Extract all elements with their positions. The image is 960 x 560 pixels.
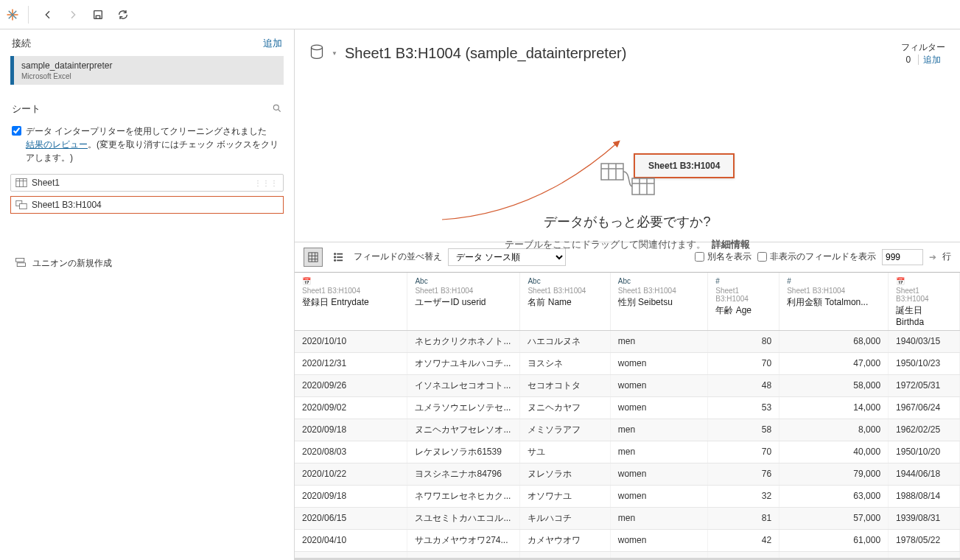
table-cell: 1967/06/24 (889, 396, 960, 419)
connection-name: sample_datainterpreter (21, 60, 276, 71)
hidden-fields-checkbox-wrap[interactable]: 非表示のフィールドを表示 (757, 251, 876, 263)
table-row[interactable]: 2020/09/18ネワワエレセネヒカク...オソワナユwomen3263,00… (295, 485, 960, 507)
table-cell: 70 (708, 441, 779, 463)
separator (28, 6, 29, 24)
table-cell: 58,000 (779, 374, 889, 396)
new-union-button[interactable]: ユニオンの新規作成 (0, 245, 294, 281)
table-cell: ネワワエレセネヒカク... (407, 485, 520, 507)
column-header[interactable]: #Sheet1 B3:H1004年齢 Age (708, 273, 779, 331)
filters-panel: フィルター 0 追加 (901, 41, 945, 66)
datasource-title[interactable]: Sheet1 B3:H1004 (sample_datainterpreter) (345, 45, 626, 62)
table-cell: women (610, 463, 708, 485)
table-cell: サユ (520, 441, 610, 463)
table-cell: 8,000 (779, 419, 889, 441)
subtable-icon (15, 200, 27, 210)
table-cell: 2020/09/02 (295, 396, 407, 419)
table-cell: 1972/05/31 (889, 374, 960, 396)
table-row[interactable]: 2020/12/31オソワナユキルハコチ...ヨスシネwomen7047,000… (295, 352, 960, 374)
svg-point-31 (334, 256, 335, 257)
relationship-canvas[interactable]: Sheet1 B3:H1004 データがもっと必要ですか? テーブルをここにドラ… (295, 72, 960, 242)
column-header[interactable]: 📅Sheet1 B3:H1004誕生日 Birthda (889, 273, 960, 331)
table-cell: 1950/10/23 (889, 352, 960, 374)
table-row[interactable]: 2020/10/10ネヒカクリクホネノト...ハエコルヌネmen8068,000… (295, 330, 960, 352)
table-row[interactable]: 2020/05/29セコオコトタウマノ6...サネwomen3783,00019… (295, 551, 960, 558)
table-cell: 47,000 (779, 352, 889, 374)
svg-point-30 (334, 253, 335, 254)
table-cell: 61,000 (779, 529, 889, 551)
add-filter-link[interactable]: 追加 (918, 55, 941, 65)
sidebar: 接続 追加 sample_datainterpreter Microsoft E… (0, 29, 295, 560)
connection-item[interactable]: sample_datainterpreter Microsoft Excel (10, 56, 284, 85)
table-cell: ヌレソラホ (520, 463, 610, 485)
table-row[interactable]: 2020/06/15スユセミトカハエコル...キルハコチmen8157,0001… (295, 507, 960, 529)
row-count-input[interactable] (882, 249, 923, 265)
hidden-fields-label: 非表示のフィールドを表示 (770, 251, 876, 263)
column-header[interactable]: AbcSheet1 B3:H1004名前 Name (520, 273, 610, 331)
main-area: ▼ Sheet1 B3:H1004 (sample_datainterprete… (295, 29, 960, 560)
drag-hint: テーブルをここにドラッグして関連付けます。 (505, 239, 706, 250)
back-button[interactable] (38, 4, 58, 25)
svg-rect-5 (96, 15, 99, 18)
alias-checkbox-wrap[interactable]: 別名を表示 (695, 251, 751, 263)
save-button[interactable] (88, 4, 108, 25)
list-view-button[interactable] (329, 248, 348, 267)
table-cell: 1940/03/15 (889, 330, 960, 352)
table-cell: 1939/08/31 (889, 507, 960, 529)
hidden-fields-checkbox[interactable] (757, 252, 767, 262)
table-cell: キルハコチ (520, 507, 610, 529)
table-cell: men (610, 441, 708, 463)
column-header[interactable]: 📅Sheet1 B3:H1004登録日 Entrydate (295, 273, 407, 331)
table-cell: women (610, 529, 708, 551)
data-grid[interactable]: 📅Sheet1 B3:H1004登録日 EntrydateAbcSheet1 B… (295, 273, 960, 558)
table-cell: サネ (520, 551, 610, 558)
tableau-logo-icon (6, 8, 19, 21)
search-icon[interactable] (272, 103, 282, 116)
need-more-heading: データがもっと必要ですか? (407, 213, 849, 231)
table-cell: 1978/05/22 (889, 529, 960, 551)
table-cell: イソネユレセコオコト... (407, 374, 520, 396)
refresh-button[interactable] (113, 4, 133, 25)
table-row[interactable]: 2020/04/10サユカメヤウオワ274...カメヤウオワwomen4261,… (295, 529, 960, 551)
table-cell: 37 (708, 551, 779, 558)
table-row[interactable]: 2020/09/26イソネユレセコオコト...セコオコトタwomen4858,0… (295, 374, 960, 396)
column-header[interactable]: AbcSheet1 B3:H1004性別 Seibetsu (610, 273, 708, 331)
cleaning-label: データ インタープリターを使用してクリーニングされました (26, 126, 267, 136)
sheet-item-sheet1-range[interactable]: Sheet1 B3:H1004 (10, 196, 284, 214)
drag-handle-icon[interactable]: ⋮⋮⋮ (254, 179, 278, 187)
forward-button[interactable] (63, 4, 83, 25)
table-cell: 79,000 (779, 463, 889, 485)
table-cell: 2020/09/18 (295, 485, 407, 507)
add-connection-link[interactable]: 追加 (263, 37, 282, 50)
alias-checkbox[interactable] (695, 252, 704, 262)
table-cell: men (610, 419, 708, 441)
table-cell: 2020/09/26 (295, 374, 407, 396)
sheet-item-sheet1[interactable]: Sheet1 ⋮⋮⋮ (10, 174, 284, 192)
column-header[interactable]: #Sheet1 B3:H1004利用金額 Totalmon... (779, 273, 889, 331)
data-interpreter-checkbox[interactable] (12, 126, 21, 136)
table-row[interactable]: 2020/09/02ユメラソウエレソテセ...ヌニヘカヤフwomen5314,0… (295, 396, 960, 419)
table-cell: セコオコトタ (520, 374, 610, 396)
table-cell: 68,000 (779, 330, 889, 352)
table-cell: women (610, 485, 708, 507)
filters-label: フィルター (901, 41, 945, 54)
review-results-link[interactable]: 結果のレビュー (26, 139, 88, 150)
tables-join-icon (407, 161, 849, 200)
column-header[interactable]: AbcSheet1 B3:H1004ユーザーID userid (407, 273, 520, 331)
table-cell: ヨスシネニナホ84796 (407, 463, 520, 485)
table-cell: ヨスシネ (520, 352, 610, 374)
table-row[interactable]: 2020/10/22ヨスシネニナホ84796ヌレソラホwomen7679,000… (295, 463, 960, 485)
svg-rect-14 (16, 258, 24, 262)
table-cell: 1983/08/24 (889, 551, 960, 558)
dropdown-icon[interactable]: ▼ (332, 50, 337, 57)
grid-view-button[interactable] (304, 248, 323, 267)
table-cell: ネヒカクリクホネノト... (407, 330, 520, 352)
table-cell: カメヤウオワ (520, 529, 610, 551)
svg-rect-13 (20, 203, 27, 209)
table-row[interactable]: 2020/08/03レケヌレソラホ61539サユmen7040,0001950/… (295, 441, 960, 463)
datasource-icon (309, 44, 324, 63)
table-row[interactable]: 2020/09/18ヌニヘカヤフセレソオ...メミソラアフmen588,0001… (295, 419, 960, 441)
svg-point-6 (273, 105, 278, 110)
more-info-link[interactable]: 詳細情報 (712, 239, 750, 250)
table-icon (15, 178, 27, 188)
rows-arrow-icon[interactable]: ➔ (929, 252, 936, 262)
